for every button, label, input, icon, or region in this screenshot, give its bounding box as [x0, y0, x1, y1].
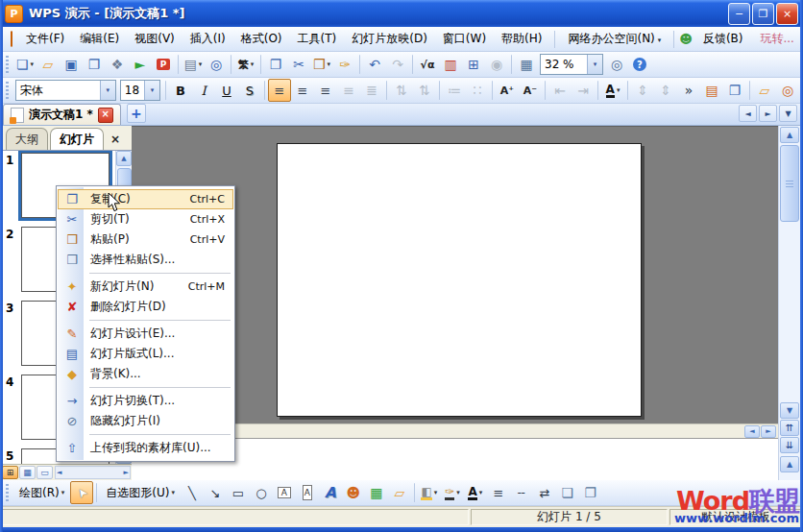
toolbar-grip[interactable] — [6, 82, 9, 99]
paragraph-spacing-button[interactable]: ⇕ — [654, 79, 677, 102]
document-tab[interactable]: 演示文稿1 * × — [3, 104, 121, 125]
menu-hide-slide[interactable]: ⊘ 隐藏幻灯片(I) — [58, 411, 233, 431]
textbox-button[interactable]: A — [273, 481, 296, 504]
italic-button[interactable]: I — [192, 79, 215, 102]
material-library-button[interactable]: ▱ — [753, 79, 776, 102]
underline-button[interactable]: U — [215, 79, 238, 102]
toolbar-grip[interactable] — [6, 484, 9, 501]
oval-tool-button[interactable]: ○ — [250, 481, 273, 504]
menu-tools[interactable]: 工具(T) — [290, 28, 345, 50]
font-color-button[interactable]: A▾ — [601, 79, 624, 102]
arrow-tool-button[interactable]: ↘ — [204, 481, 227, 504]
print-preview-button[interactable]: ◎ — [205, 53, 228, 76]
increase-font-button[interactable]: A⁺ — [496, 79, 519, 102]
new-tab-button[interactable]: + — [127, 104, 146, 123]
justify-button[interactable]: ≡ — [337, 79, 360, 102]
table-button[interactable]: ⊞ — [462, 53, 485, 76]
save-as-button[interactable]: ❐ — [83, 53, 106, 76]
vertical-scrollbar[interactable]: ▲ ▼ ⇈ ⇊ ▲ — [778, 126, 800, 480]
more-buttons-chevron[interactable]: » — [677, 79, 700, 102]
align-left-button[interactable]: ≡ — [268, 79, 291, 102]
text-shadow-button[interactable]: S — [238, 79, 261, 102]
doc-convert-button[interactable]: ❖ — [106, 53, 129, 76]
draw-font-color-button[interactable]: A▾ — [464, 481, 487, 504]
cut-button[interactable]: ✂ — [287, 53, 310, 76]
wordart-button[interactable]: A — [319, 481, 342, 504]
vertical-distribute-button[interactable]: ⇅ — [413, 79, 436, 102]
copy-button[interactable]: ❐ — [264, 53, 287, 76]
toolbar-grip[interactable] — [6, 56, 9, 73]
export-pdf-button[interactable]: P — [152, 53, 175, 76]
decrease-font-button[interactable]: A⁻ — [519, 79, 542, 102]
tab-slides[interactable]: 幻灯片 — [50, 128, 104, 150]
scroll-right-icon[interactable]: ► — [124, 469, 129, 476]
scroll-left-icon[interactable]: ◄ — [57, 469, 61, 476]
chevron-down-icon[interactable]: ▾ — [587, 55, 602, 74]
previous-slide-button[interactable]: ⇈ — [780, 420, 799, 436]
share-button[interactable]: ► — [129, 53, 152, 76]
draw-menu-button[interactable]: 绘图(R)▾ — [13, 481, 70, 504]
numbering-button[interactable]: ≔ — [443, 79, 466, 102]
scroll-right-icon[interactable]: ► — [761, 425, 776, 438]
help-button[interactable]: ? — [628, 53, 651, 76]
chevron-down-icon[interactable]: ▾ — [144, 81, 159, 100]
dash-style-button[interactable]: ╌ — [510, 481, 533, 504]
redo-button[interactable]: ↷ — [386, 53, 409, 76]
menu-slide-layout[interactable]: ▤ 幻灯片版式(L)... — [58, 344, 233, 364]
slide-design-pane-button[interactable]: ▤ — [700, 79, 723, 102]
paste-button[interactable]: ❒▾ — [310, 53, 333, 76]
net-office-menu[interactable]: 网络办公空间(N)▾ — [560, 28, 669, 50]
menu-paste[interactable]: ❒ 粘贴(P) Ctrl+V — [58, 230, 233, 250]
find-button[interactable]: ◎ — [605, 53, 628, 76]
menu-new-slide[interactable]: ✦ 新幻灯片(N) Ctrl+M — [58, 277, 233, 297]
grid-button[interactable]: ▦ — [515, 53, 538, 76]
scroll-left-icon[interactable]: ◄ — [744, 425, 760, 438]
threed-style-button[interactable]: ❐ — [579, 481, 602, 504]
menu-view[interactable]: 视图(V) — [127, 28, 182, 50]
new-button[interactable]: ❏▾ — [13, 53, 36, 76]
promo-link[interactable]: 玩转... — [760, 31, 793, 47]
menu-slideshow[interactable]: 幻灯片放映(D) — [344, 28, 435, 50]
menu-cut[interactable]: ✂ 剪切(T) Ctrl+X — [58, 209, 233, 230]
menu-slide-transition[interactable]: → 幻灯片切换(T)... — [58, 391, 233, 411]
select-tool-button[interactable]: ➤ — [70, 481, 93, 504]
scroll-up-icon[interactable]: ▲ — [780, 127, 799, 143]
vertical-textbox-button[interactable]: A — [296, 481, 319, 504]
menu-upload-material[interactable]: ⇧ 上传到我的素材库(U)... — [58, 438, 233, 458]
zoom-combo[interactable]: 32 % ▾ — [540, 54, 603, 75]
line-spacing-button[interactable]: ⇕ — [631, 79, 654, 102]
shadow-style-button[interactable]: ❏ — [556, 481, 579, 504]
close-panel-icon[interactable]: × — [109, 133, 122, 146]
menu-format[interactable]: 格式(O) — [233, 28, 290, 50]
bullets-button[interactable]: ∷ — [466, 79, 489, 102]
menu-window[interactable]: 窗口(W) — [435, 28, 494, 50]
print-button[interactable]: ▤▾ — [182, 53, 205, 76]
align-center-button[interactable]: ≡ — [291, 79, 314, 102]
next-slide-button[interactable]: ⇊ — [780, 437, 799, 453]
menu-insert[interactable]: 插入(I) — [182, 28, 233, 50]
menu-copy[interactable]: ❐ 复制(C) Ctrl+C — [58, 189, 233, 209]
increase-indent-button[interactable]: ⇥ — [572, 79, 595, 102]
font-name-combo[interactable]: 宋体 ▾ — [15, 80, 116, 101]
line-color-button[interactable]: ✑▾ — [441, 481, 464, 504]
tab-list-button[interactable]: ▼ — [779, 105, 797, 122]
menu-background[interactable]: ◆ 背景(K)... — [58, 364, 233, 384]
menu-slide-design[interactable]: ✎ 幻灯片设计(E)... — [58, 324, 233, 344]
rectangle-tool-button[interactable]: ▭ — [227, 481, 250, 504]
tab-scroll-right-button[interactable]: ► — [759, 105, 777, 122]
search-material-button[interactable]: ◎ — [776, 79, 799, 102]
slide-canvas[interactable] — [277, 143, 642, 417]
normal-view-button[interactable]: ⊞ — [2, 466, 18, 479]
menu-edit[interactable]: 编辑(E) — [72, 28, 127, 50]
tab-outline[interactable]: 大纲 — [6, 128, 48, 150]
font-size-combo[interactable]: 18 ▾ — [120, 80, 160, 101]
tab-scroll-left-button[interactable]: ◄ — [739, 105, 757, 122]
decrease-indent-button[interactable]: ⇤ — [548, 79, 572, 102]
bold-button[interactable]: B — [169, 79, 192, 102]
panel-horizontal-scrollbar[interactable]: ◄ ► — [55, 466, 131, 479]
task-pane-button[interactable]: ❐ — [723, 79, 746, 102]
sorter-view-button[interactable]: ▦ — [19, 466, 36, 479]
scroll-up-icon[interactable]: ▲ — [116, 151, 132, 166]
fill-color-button[interactable]: ◧▾ — [418, 481, 441, 504]
arrow-style-button[interactable]: ⇄ — [533, 481, 556, 504]
